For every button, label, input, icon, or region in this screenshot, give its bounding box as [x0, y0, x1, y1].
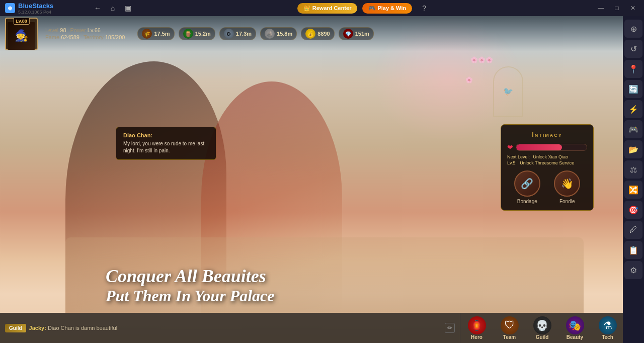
nav-tab-hero[interactable]: 🏮 Hero — [460, 313, 493, 343]
nav-tab-guild[interactable]: 💀 Guild — [526, 313, 558, 343]
dialog-box[interactable]: Diao Chan: My lord, you were so rude to … — [116, 127, 216, 160]
bondage-label: Bondage — [517, 199, 537, 204]
resource-stone: 🪨 15.8m — [260, 27, 297, 40]
intimacy-heart-icon: ❤ — [507, 143, 513, 151]
sidebar-balance-btn[interactable]: ⚖ — [624, 160, 642, 179]
resource-wood: 🪵 15.2m — [179, 27, 215, 40]
player-stats: Level 98 Power Lv.66 Fame 624589 Territo… — [45, 27, 125, 40]
wood-value: 15.2m — [195, 31, 211, 37]
right-sidebar: ⊕ ↺ 📍 🔄 ⚡ 🎮 📂 ⚖ 🔀 🎯 🖊 📋 ⚙ — [623, 16, 644, 343]
sidebar-clipboard-btn[interactable]: 📋 — [624, 241, 642, 259]
player-power: Power Lv.66 — [70, 27, 101, 33]
stone-icon: 🪨 — [265, 29, 275, 39]
iron-icon: ⚙ — [224, 29, 234, 39]
play-win-icon: 🎮 — [368, 5, 375, 12]
resource-gems: 💎 151m — [339, 27, 374, 40]
help-button[interactable]: ? — [417, 1, 431, 15]
player-fame: Fame 624589 — [45, 34, 79, 40]
bluestacks-icon — [5, 3, 15, 13]
next-level-label: Next Level: — [507, 154, 530, 159]
stat-row-fame-territory: Fame 624589 Territory 185/200 — [45, 34, 125, 40]
restore-button[interactable]: □ — [610, 1, 624, 15]
sidebar-pin-btn[interactable]: 📍 — [624, 60, 642, 78]
intimacy-progress-bar — [516, 144, 587, 151]
dialog-text: My lord, you were so rude to me last nig… — [123, 140, 209, 154]
next-level-value: Unlock Xiao Qiao — [533, 154, 569, 159]
player-territory: Territory 185/200 — [84, 34, 125, 40]
food-icon: 🌾 — [142, 29, 152, 39]
petals-decor-2: 🌸 — [465, 76, 473, 83]
chat-message: Jacky: Diao Chan is damn beautiful! — [29, 325, 119, 331]
player-territory-value: 185/200 — [105, 34, 125, 40]
petals-decor: 🌸🌸🌸 — [470, 56, 493, 63]
sidebar-folder-btn[interactable]: 📂 — [624, 140, 642, 158]
sidebar-expand-btn[interactable]: ⊕ — [624, 20, 642, 38]
sidebar-boost-btn[interactable]: ⚡ — [624, 100, 642, 118]
fondle-icon: 👋 — [554, 170, 580, 197]
bottom-nav: Guild Jacky: Diao Chan is damn beautiful… — [0, 313, 624, 343]
action-buttons: 🔗 Bondage 👋 Fondle — [507, 170, 587, 204]
home-button[interactable]: ⌂ — [106, 1, 120, 15]
top-hud: Lv.88 🧙 Level 98 Power Lv.66 Fame 6245 — [0, 16, 624, 51]
sidebar-settings-btn[interactable]: ⚙ — [624, 261, 642, 279]
cage-decoration: 🐦 — [493, 66, 523, 117]
resource-food: 🌾 17.5m — [137, 27, 174, 40]
wood-icon: 🪵 — [183, 29, 193, 39]
team-tab-icon: 🛡 — [501, 316, 519, 334]
guild-chat-badge[interactable]: Guild — [5, 324, 26, 332]
resource-iron: ⚙ 17.3m — [219, 27, 256, 40]
nav-tabs: 🏮 Hero 🛡 Team 💀 Guild 🎭 Beaut — [460, 313, 624, 343]
minimize-button[interactable]: — — [594, 1, 608, 15]
app-logo-area: BlueStacks 5.12.0.1065 Po4 — [0, 2, 91, 15]
sidebar-shuffle-btn[interactable]: 🔀 — [624, 181, 642, 199]
guild-tab-label: Guild — [536, 334, 549, 340]
lv5-label: Lv.5: — [507, 160, 517, 165]
food-value: 17.5m — [154, 31, 170, 37]
nav-tab-beauty[interactable]: 🎭 Beauty — [558, 313, 591, 343]
bondage-icon: 🔗 — [514, 170, 540, 197]
hero-tab-label: Hero — [471, 334, 482, 340]
sidebar-target-btn[interactable]: 🎯 — [624, 201, 642, 219]
back-button[interactable]: ← — [91, 1, 105, 15]
stone-value: 15.8m — [277, 31, 292, 37]
gold-icon: 💰 — [305, 29, 315, 39]
player-avatar[interactable]: Lv.88 🧙 — [5, 18, 38, 50]
sidebar-gamepad-btn[interactable]: 🎮 — [624, 120, 642, 138]
recent-button[interactable]: ▣ — [121, 1, 135, 15]
dialog-speaker: Diao Chan: — [123, 132, 209, 138]
iron-value: 17.3m — [236, 31, 252, 37]
titlebar-center: 👑 Reward Center 🎮 Play & Win ? — [135, 1, 594, 15]
player-level-value: 98 — [60, 27, 66, 33]
nav-buttons-group: ← ⌂ ▣ — [91, 1, 135, 15]
chat-edit-button[interactable]: ✏ — [445, 323, 455, 333]
fondle-button[interactable]: 👋 Fondle — [554, 170, 580, 204]
tech-tab-label: Tech — [602, 334, 613, 340]
chat-sender: Jacky: — [29, 325, 46, 331]
app-name: BlueStacks — [18, 2, 53, 10]
sidebar-sync-btn[interactable]: 🔄 — [624, 80, 642, 98]
player-power-value: Lv.66 — [88, 27, 101, 33]
sidebar-edit-btn[interactable]: 🖊 — [624, 221, 642, 239]
reward-label: Reward Center — [312, 5, 352, 11]
avatar-image: 🧙 — [8, 22, 35, 50]
gems-icon: 💎 — [343, 29, 353, 39]
titlebar: BlueStacks 5.12.0.1065 Po4 ← ⌂ ▣ 👑 Rewar… — [0, 0, 644, 16]
play-win-button[interactable]: 🎮 Play & Win — [362, 3, 412, 14]
game-area: 🌸🌸🌸 🌸 🐦 Lv.88 🧙 Level 98 Power Lv — [0, 16, 624, 343]
sidebar-refresh-btn[interactable]: ↺ — [624, 40, 642, 58]
nav-tab-team[interactable]: 🛡 Team — [493, 313, 526, 343]
guild-tab-icon: 💀 — [533, 316, 551, 334]
close-button[interactable]: ✕ — [626, 1, 640, 15]
tech-tab-icon: ⚗ — [599, 316, 617, 334]
player-level-label: Level 98 — [45, 27, 66, 33]
fondle-label: Fondle — [559, 199, 575, 204]
bluestacks-brand: BlueStacks 5.12.0.1065 Po4 — [18, 2, 53, 15]
window-controls: — □ ✕ — [594, 1, 644, 15]
reward-center-button[interactable]: 👑 Reward Center — [297, 3, 358, 14]
nav-tab-tech[interactable]: ⚗ Tech — [591, 313, 624, 343]
intimacy-next-level: Next Level: Unlock Xiao Qiao — [507, 154, 587, 159]
resource-bar: 🌾 17.5m 🪵 15.2m ⚙ 17.3m 🪨 15.8m 💰 8890 💎 — [137, 27, 373, 40]
avatar-level-badge: Lv.88 — [13, 18, 29, 25]
chat-area: Guild Jacky: Diao Chan is damn beautiful… — [0, 313, 460, 343]
bondage-button[interactable]: 🔗 Bondage — [514, 170, 540, 204]
